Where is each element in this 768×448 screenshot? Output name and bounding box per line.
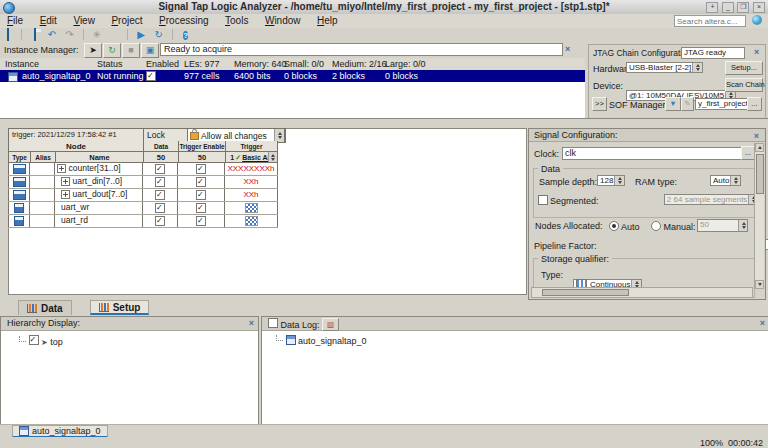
- clock-browse-button[interactable]: ...: [741, 146, 755, 160]
- instance-memory: 6400 bits: [234, 71, 271, 81]
- instance-manager-close-icon[interactable]: ×: [565, 44, 570, 54]
- help-icon[interactable]: ?: [179, 29, 192, 41]
- tab-setup[interactable]: Setup: [90, 300, 150, 315]
- search-input[interactable]: [674, 15, 746, 27]
- trigger-condition-value[interactable]: XXXXXXXXh: [225, 163, 278, 175]
- trigger-enable-checkbox[interactable]: [178, 176, 225, 188]
- data-log-tree: auto_signaltap_0: [262, 331, 768, 346]
- col-data-enable: Data Enable: [143, 141, 178, 152]
- col-medium[interactable]: Medium: 2/16: [332, 59, 387, 69]
- col-large[interactable]: Large: 0/0: [385, 59, 426, 69]
- manual-radio[interactable]: Manual:: [651, 221, 696, 232]
- menu-view[interactable]: View: [66, 14, 102, 26]
- trigger-enable-checkbox[interactable]: [178, 163, 225, 175]
- data-log-sort-icon[interactable]: ▥: [322, 318, 339, 331]
- signal-config-hscrollbar[interactable]: [531, 287, 753, 298]
- scroll-up-icon[interactable]: [755, 143, 764, 152]
- device-label: Device:: [593, 81, 623, 91]
- menu-file[interactable]: File: [0, 14, 30, 26]
- data-log-root-label[interactable]: auto_signaltap_0: [298, 336, 367, 346]
- hierarchy-root-label[interactable]: top: [50, 337, 63, 347]
- read-data-icon[interactable]: ▣: [141, 43, 159, 58]
- close-button[interactable]: ×: [753, 2, 765, 13]
- trigger-condition-value[interactable]: XXh: [225, 189, 278, 201]
- menu-processing[interactable]: Processing: [152, 14, 215, 26]
- expand-icon[interactable]: [57, 164, 66, 173]
- signal-row-uart-din[interactable]: uart_din[7..0] XXh: [8, 176, 278, 189]
- insert-node-icon[interactable]: ✳: [90, 29, 103, 41]
- setup-button[interactable]: Setup...: [725, 61, 763, 75]
- signal-row-uart-wr[interactable]: uart_wr: [8, 202, 278, 215]
- data-enable-checkbox[interactable]: [143, 202, 178, 214]
- data-enable-checkbox[interactable]: [143, 215, 178, 227]
- autorun-analysis-icon[interactable]: ↻: [152, 29, 165, 41]
- signal-config-close-icon[interactable]: ×: [754, 131, 759, 141]
- program-device-icon[interactable]: ▼: [665, 97, 681, 111]
- menu-help[interactable]: Help: [310, 14, 345, 26]
- sample-depth-select[interactable]: 128: [597, 175, 625, 186]
- hardware-select[interactable]: USB-Blaster [2-2]: [626, 62, 703, 73]
- shade-button[interactable]: +: [706, 2, 718, 13]
- dont-care-pattern-icon[interactable]: [225, 215, 278, 227]
- expand-icon[interactable]: [61, 177, 70, 186]
- data-log-close-icon[interactable]: ×: [760, 318, 765, 328]
- col-les[interactable]: LEs: 977: [184, 59, 220, 69]
- menu-window[interactable]: Window: [258, 14, 308, 26]
- data-enable-checkbox[interactable]: [143, 189, 178, 201]
- trigger-enable-checkbox[interactable]: [178, 215, 225, 227]
- autorun-instance-icon[interactable]: ↻: [103, 43, 121, 58]
- signal-config-vscrollbar[interactable]: [754, 143, 764, 289]
- data-enable-checkbox[interactable]: [143, 176, 178, 188]
- undo-icon[interactable]: ↶: [46, 29, 59, 41]
- data-log-checkbox[interactable]: [268, 320, 278, 330]
- menu-edit[interactable]: Edit: [33, 14, 64, 26]
- jtag-close-icon[interactable]: ×: [754, 47, 759, 57]
- trigger-condition-value[interactable]: XXh: [225, 176, 278, 188]
- segmented-select: 2 64 sample segments: [664, 194, 760, 205]
- trigger-enable-checkbox[interactable]: [178, 189, 225, 201]
- menu-project[interactable]: Project: [104, 14, 149, 26]
- signal-row-counter[interactable]: counter[31..0] XXXXXXXXh: [8, 163, 278, 176]
- instance-large: 0 blocks: [385, 71, 418, 81]
- col-memory[interactable]: Memory: 640: [234, 59, 287, 69]
- data-enable-checkbox[interactable]: [143, 163, 178, 175]
- col-status[interactable]: Status: [97, 59, 123, 69]
- col-instance[interactable]: Instance: [5, 59, 39, 69]
- stop-instance-icon[interactable]: ■: [122, 43, 140, 58]
- ram-type-select[interactable]: Auto: [710, 175, 741, 186]
- col-small[interactable]: Small: 0/0: [284, 59, 324, 69]
- minimize-button[interactable]: _: [722, 2, 734, 13]
- manual-count-field: 50: [697, 219, 748, 232]
- signal-row-uart-dout[interactable]: uart_dout[7..0] XXh: [8, 189, 278, 202]
- data-log-header: Data Log: ▥ ×: [262, 317, 768, 331]
- sof-file-field[interactable]: y_first_project.sof: [695, 98, 749, 110]
- run-analysis-icon[interactable]: ▶: [135, 29, 148, 41]
- maximize-button[interactable]: ❐: [737, 2, 749, 13]
- run-selected-instance-icon[interactable]: ➤: [84, 43, 102, 58]
- find-icon[interactable]: [108, 29, 121, 41]
- dont-care-pattern-icon[interactable]: [225, 202, 278, 214]
- scan-chain-button[interactable]: Scan Chain: [725, 78, 763, 92]
- tab-data[interactable]: Data: [18, 300, 72, 315]
- menu-tools[interactable]: Tools: [218, 14, 255, 26]
- segmented-checkbox[interactable]: [538, 195, 548, 207]
- signal-row-uart-rd[interactable]: uart_rd: [8, 215, 278, 228]
- expand-sof-button[interactable]: >>: [592, 97, 607, 111]
- title-bar[interactable]: Signal Tap Logic Analyzer - /home/tu_miy…: [0, 0, 768, 15]
- report-window-icon[interactable]: [1, 29, 14, 41]
- auto-radio[interactable]: Auto: [609, 221, 640, 232]
- expand-icon[interactable]: [61, 190, 70, 199]
- instance-row[interactable]: auto_signaltap_0 Not running 977 cells 6…: [0, 70, 585, 82]
- instance-les: 977 cells: [184, 71, 220, 81]
- attach-sof-icon[interactable]: ✎: [681, 97, 694, 111]
- trigger-enable-checkbox[interactable]: [178, 202, 225, 214]
- col-enabled[interactable]: Enabled: [146, 59, 179, 69]
- save-icon[interactable]: [28, 29, 41, 41]
- redo-icon[interactable]: ↷: [63, 29, 76, 41]
- sof-browse-button[interactable]: ...: [747, 97, 762, 111]
- hierarchy-close-icon[interactable]: ×: [249, 318, 254, 328]
- trigger-condition-select[interactable]: 1 ✓ Basic AN: [225, 152, 278, 163]
- hierarchy-root-checkbox[interactable]: [29, 337, 39, 347]
- clock-field[interactable]: clk: [562, 147, 744, 160]
- scroll-down-icon[interactable]: [755, 280, 764, 289]
